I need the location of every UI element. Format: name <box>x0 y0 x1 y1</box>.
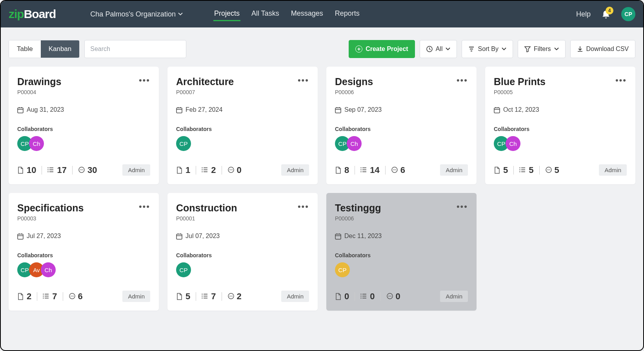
tasks-stat[interactable]: 0 <box>360 291 375 302</box>
collaborator-avatar[interactable]: CP <box>176 262 191 277</box>
filters-button[interactable]: Filters <box>518 40 566 58</box>
download-icon <box>577 46 583 52</box>
more-menu-button[interactable]: ••• <box>457 76 468 85</box>
tasks-stat[interactable]: 17 <box>47 165 66 175</box>
comments-stat[interactable]: 6 <box>391 165 405 175</box>
tasks-stat[interactable]: 2 <box>202 165 216 175</box>
tasks-stat[interactable]: 5 <box>519 165 533 175</box>
collaborators-label: Collaborators <box>17 126 150 132</box>
view-table-button[interactable]: Table <box>9 40 41 58</box>
project-card[interactable]: Blue PrintsP00005•••Oct 12, 2023Collabor… <box>485 67 635 184</box>
project-title[interactable]: Designs <box>335 76 373 87</box>
collaborator-avatar[interactable]: CP <box>335 262 350 277</box>
more-menu-button[interactable]: ••• <box>139 202 150 211</box>
comments-stat[interactable]: 5 <box>545 165 559 175</box>
project-id: P00006 <box>335 89 373 95</box>
project-title[interactable]: Testinggg <box>335 202 381 214</box>
files-stat[interactable]: 5 <box>494 165 508 175</box>
plus-icon: + <box>355 45 362 53</box>
more-menu-button[interactable]: ••• <box>298 202 309 211</box>
comments-stat[interactable]: 0 <box>386 291 400 302</box>
files-stat[interactable]: 0 <box>335 291 349 302</box>
collaborator-avatar[interactable]: Ch <box>29 136 44 151</box>
collaborator-avatars: CP <box>176 262 309 277</box>
org-switcher[interactable]: Cha Palmos's Organization <box>90 10 183 18</box>
card-footer: 276Admin <box>17 277 150 302</box>
collaborator-avatar[interactable]: Ch <box>506 136 520 151</box>
files-stat[interactable]: 10 <box>17 165 36 175</box>
project-id: P00004 <box>17 89 62 95</box>
project-title[interactable]: Blue Prints <box>494 76 546 87</box>
files-stat[interactable]: 2 <box>17 291 31 302</box>
tasks-stat-count: 17 <box>57 165 66 175</box>
files-stat[interactable]: 1 <box>176 165 190 175</box>
collaborator-avatar[interactable]: Ch <box>347 136 362 151</box>
comments-stat-count: 30 <box>87 165 97 175</box>
project-title[interactable]: Specifications <box>17 202 84 214</box>
tasks-stat[interactable]: 7 <box>43 291 57 302</box>
tasks-stat-count: 5 <box>529 165 533 175</box>
project-card[interactable]: TestingggP00006•••Dec 11, 2023Collaborat… <box>326 193 477 311</box>
org-name: Cha Palmos's Organization <box>90 10 176 18</box>
create-project-button[interactable]: + Create Project <box>349 40 415 58</box>
project-card[interactable]: DrawingsP00004•••Aug 31, 2023Collaborato… <box>9 67 159 184</box>
more-menu-button[interactable]: ••• <box>615 76 627 85</box>
collaborators-label: Collaborators <box>176 126 309 132</box>
comments-stat[interactable]: 6 <box>69 291 83 302</box>
more-menu-button[interactable]: ••• <box>457 202 468 211</box>
project-card[interactable]: ConstructionP00001•••Jul 07, 2023Collabo… <box>167 193 318 311</box>
files-stat-count: 5 <box>503 165 508 175</box>
project-card[interactable]: DesignsP00006•••Sep 07, 2023Collaborator… <box>326 67 477 184</box>
project-title[interactable]: Architecture <box>176 76 234 87</box>
calendar-icon <box>176 107 182 113</box>
filter-all-button[interactable]: All <box>420 40 457 58</box>
view-kanban-button[interactable]: Kanban <box>41 40 80 58</box>
logo-board: Board <box>24 7 56 20</box>
collaborator-avatar[interactable]: CP <box>176 136 191 151</box>
project-date-text: Jul 27, 2023 <box>27 233 61 240</box>
project-card[interactable]: SpecificationsP00003•••Jul 27, 2023Colla… <box>9 193 159 311</box>
role-badge: Admin <box>599 164 627 176</box>
tasks-stat[interactable]: 7 <box>202 291 216 302</box>
project-title[interactable]: Construction <box>176 202 237 214</box>
project-card[interactable]: ArchitectureP00007•••Feb 27, 2024Collabo… <box>167 67 318 184</box>
comments-stat-count: 6 <box>78 291 83 302</box>
comments-stat[interactable]: 2 <box>227 291 242 302</box>
tasks-stat-count: 7 <box>52 291 57 302</box>
nav-reports[interactable]: Reports <box>334 7 360 21</box>
project-date: Sep 07, 2023 <box>335 106 468 113</box>
role-badge: Admin <box>122 291 150 302</box>
list-icon <box>519 167 526 174</box>
nav-messages[interactable]: Messages <box>290 7 324 21</box>
clock-icon <box>426 46 433 52</box>
more-menu-button[interactable]: ••• <box>298 76 309 85</box>
tasks-stat[interactable]: 14 <box>360 165 379 175</box>
sort-by-button[interactable]: Sort By <box>462 40 513 58</box>
filters-label: Filters <box>534 45 551 53</box>
project-title[interactable]: Drawings <box>17 76 62 87</box>
list-icon <box>202 167 209 174</box>
logo[interactable]: zipBoard <box>9 7 56 21</box>
top-right: Help 4 CP <box>576 7 635 21</box>
more-menu-button[interactable]: ••• <box>139 76 150 85</box>
project-date: Jul 27, 2023 <box>17 233 150 240</box>
comments-stat[interactable]: 0 <box>227 165 242 175</box>
list-icon <box>47 167 55 174</box>
project-grid: DrawingsP00004•••Aug 31, 2023Collaborato… <box>1 67 643 311</box>
comments-stat-count: 0 <box>237 165 242 175</box>
chevron-down-icon <box>502 47 506 51</box>
comments-stat[interactable]: 30 <box>78 165 97 175</box>
search-input[interactable] <box>84 40 186 58</box>
collaborator-avatars: CP <box>335 262 468 277</box>
files-stat[interactable]: 8 <box>335 165 349 175</box>
help-link[interactable]: Help <box>576 10 591 18</box>
calendar-icon <box>335 233 341 240</box>
collaborator-avatar[interactable]: Ch <box>41 262 56 277</box>
nav-all-tasks[interactable]: All Tasks <box>251 7 280 21</box>
files-stat[interactable]: 5 <box>176 291 190 302</box>
card-head: ConstructionP00001••• <box>176 202 309 222</box>
download-csv-button[interactable]: Download CSV <box>570 40 636 58</box>
user-avatar[interactable]: CP <box>621 7 635 21</box>
nav-projects[interactable]: Projects <box>213 7 240 21</box>
notifications-button[interactable]: 4 <box>602 10 610 18</box>
